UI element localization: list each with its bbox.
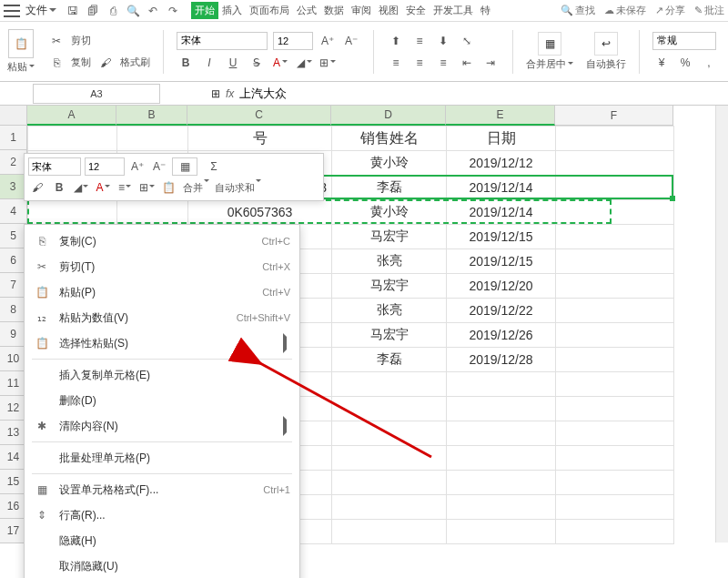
menu-item[interactable]: 📋选择性粘贴(S) bbox=[25, 330, 299, 356]
cell[interactable]: 黄小玲 bbox=[332, 200, 447, 225]
mini-merge-icon[interactable]: ▦ bbox=[172, 157, 197, 176]
menu-item[interactable]: 取消隐藏(U) bbox=[25, 553, 299, 578]
col-header-f[interactable]: F bbox=[555, 106, 673, 126]
cell[interactable] bbox=[556, 372, 674, 397]
mini-merge-label[interactable]: 合并 bbox=[183, 181, 209, 195]
mini-format-painter-icon[interactable]: 🖌 bbox=[28, 178, 46, 197]
tab-page-layout[interactable]: 页面布局 bbox=[246, 2, 293, 19]
unsaved-indicator[interactable]: ☁ 未保存 bbox=[604, 4, 646, 17]
cell[interactable] bbox=[556, 421, 674, 446]
cell[interactable] bbox=[332, 471, 447, 495]
print-icon[interactable]: ⎙ bbox=[106, 4, 120, 18]
cell[interactable]: 李磊 bbox=[332, 348, 447, 372]
cell[interactable] bbox=[556, 397, 674, 421]
cell[interactable] bbox=[28, 200, 117, 225]
share-button[interactable]: ↗ 分享 bbox=[655, 4, 685, 17]
cell[interactable] bbox=[556, 446, 674, 471]
tab-dev-tools[interactable]: 开发工具 bbox=[430, 2, 477, 19]
cell[interactable] bbox=[117, 200, 188, 225]
cell[interactable] bbox=[556, 495, 674, 520]
paste-dropdown[interactable]: 粘贴 bbox=[7, 60, 35, 74]
cell[interactable]: 2019/12/22 bbox=[447, 299, 556, 323]
cell[interactable] bbox=[447, 397, 556, 421]
cell[interactable]: 马宏宇 bbox=[332, 274, 447, 299]
bold-icon[interactable]: B bbox=[177, 54, 195, 72]
cell[interactable] bbox=[556, 348, 674, 372]
insert-function-icon[interactable]: ⊞ bbox=[211, 87, 220, 100]
align-top-icon[interactable]: ⬆ bbox=[387, 32, 405, 50]
cell[interactable]: 2019/12/14 bbox=[447, 176, 556, 200]
cell[interactable]: 张亮 bbox=[332, 299, 447, 323]
name-box[interactable]: A3 bbox=[33, 84, 160, 104]
cell[interactable] bbox=[332, 446, 447, 471]
cell[interactable]: 2019/12/26 bbox=[447, 323, 556, 348]
mini-align-icon[interactable]: ≡ bbox=[116, 178, 134, 197]
menu-item[interactable]: ⎘复制(C)Ctrl+C bbox=[25, 228, 299, 254]
save-icon[interactable]: 🖫 bbox=[66, 4, 80, 18]
cell[interactable] bbox=[332, 421, 447, 446]
menu-item[interactable]: ✱清除内容(N) bbox=[25, 413, 299, 439]
mini-decrease-font-icon[interactable]: A⁻ bbox=[150, 157, 168, 176]
merge-center-icon[interactable]: ▦ bbox=[538, 32, 561, 56]
indent-increase-icon[interactable]: ⇥ bbox=[481, 54, 500, 72]
cell[interactable] bbox=[447, 372, 556, 397]
cell[interactable]: 2019/12/28 bbox=[447, 348, 556, 372]
tab-security[interactable]: 安全 bbox=[402, 2, 430, 19]
cell[interactable] bbox=[556, 520, 674, 544]
cell[interactable] bbox=[332, 372, 447, 397]
copy-icon[interactable]: ⎘ bbox=[47, 54, 66, 72]
mini-increase-font-icon[interactable]: A⁺ bbox=[128, 157, 147, 176]
app-menu-icon[interactable] bbox=[4, 5, 20, 17]
menu-item[interactable]: ₁₂粘贴为数值(V)Ctrl+Shift+V bbox=[25, 305, 299, 330]
comment-button[interactable]: ✎ 批注 bbox=[694, 4, 724, 17]
align-bottom-icon[interactable]: ⬇ bbox=[434, 32, 452, 50]
mini-font-size[interactable] bbox=[85, 157, 125, 176]
mini-autosum-icon[interactable]: Σ bbox=[201, 157, 227, 176]
redo-icon[interactable]: ↷ bbox=[166, 4, 180, 18]
col-header-c[interactable]: C bbox=[187, 106, 331, 126]
menu-item[interactable]: 删除(D) bbox=[25, 388, 299, 413]
cell[interactable] bbox=[556, 274, 674, 299]
cell[interactable] bbox=[556, 299, 674, 323]
cell[interactable]: 2019/12/15 bbox=[447, 225, 556, 249]
align-left-icon[interactable]: ≡ bbox=[387, 54, 405, 72]
cell[interactable] bbox=[447, 421, 556, 446]
font-size-combo[interactable] bbox=[273, 32, 313, 50]
preview-icon[interactable]: 🔍 bbox=[126, 4, 140, 18]
cell[interactable]: 号 bbox=[188, 127, 332, 151]
strikethrough-icon[interactable]: S̶ bbox=[248, 54, 266, 72]
merge-center-label[interactable]: 合并居中 bbox=[526, 57, 573, 71]
cell[interactable]: 销售姓名 bbox=[332, 127, 447, 151]
format-painter-icon[interactable]: 🖌 bbox=[96, 54, 115, 72]
cell[interactable] bbox=[332, 495, 447, 520]
cell[interactable]: 2019/12/15 bbox=[447, 249, 556, 274]
cell[interactable] bbox=[556, 151, 674, 176]
tab-insert[interactable]: 插入 bbox=[218, 2, 246, 19]
fx-icon[interactable]: fx bbox=[226, 87, 234, 100]
tab-start[interactable]: 开始 bbox=[191, 2, 218, 19]
cell[interactable] bbox=[556, 323, 674, 348]
mini-font-name[interactable] bbox=[28, 157, 81, 176]
select-all-corner[interactable] bbox=[0, 106, 27, 126]
cell[interactable]: 0K6057363 bbox=[188, 200, 332, 225]
mini-bold-icon[interactable]: B bbox=[50, 178, 68, 197]
cell[interactable] bbox=[332, 520, 447, 544]
undo-icon[interactable]: ↶ bbox=[146, 4, 160, 18]
cell[interactable] bbox=[556, 200, 674, 225]
tab-formula[interactable]: 公式 bbox=[293, 2, 320, 19]
row-header-4[interactable]: 4 bbox=[0, 199, 27, 224]
fill-color-icon[interactable]: ◢ bbox=[295, 54, 313, 72]
formula-input[interactable] bbox=[239, 86, 603, 100]
cell[interactable] bbox=[556, 471, 674, 495]
menu-item[interactable]: 隐藏(H) bbox=[25, 528, 299, 553]
cell[interactable] bbox=[556, 127, 674, 151]
number-format-combo[interactable] bbox=[652, 32, 716, 50]
menu-item[interactable]: 批量处理单元格(P) bbox=[25, 445, 299, 471]
file-menu[interactable]: 文件 bbox=[25, 3, 56, 18]
col-header-b[interactable]: B bbox=[116, 106, 187, 126]
col-header-a[interactable]: A bbox=[27, 106, 116, 126]
align-middle-icon[interactable]: ≡ bbox=[410, 32, 429, 50]
mini-paste-icon[interactable]: 📋 bbox=[159, 178, 177, 197]
tab-review[interactable]: 审阅 bbox=[348, 2, 375, 19]
align-right-icon[interactable]: ≡ bbox=[434, 54, 452, 72]
